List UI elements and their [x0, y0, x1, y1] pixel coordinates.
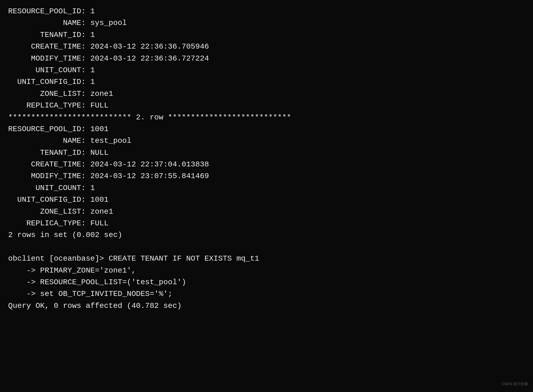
watermark-label: CSDN @IT好痛 — [501, 381, 528, 387]
terminal-output: RESOURCE_POOL_ID: 1 NAME: sys_pool TENAN… — [8, 5, 525, 312]
